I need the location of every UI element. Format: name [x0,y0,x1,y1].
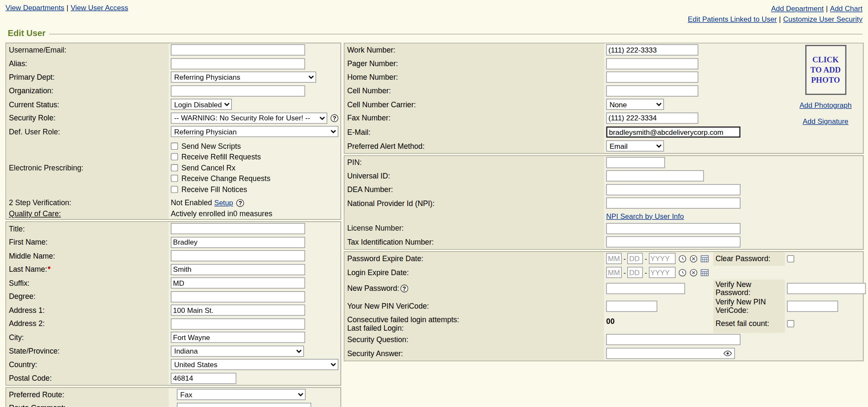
add-signature-link[interactable]: Add Signature [803,117,849,125]
route-comment-input[interactable] [177,403,311,407]
left-form-column: Username/Email: Alias: Primary Dept: Ref… [6,43,341,407]
login-expire-month-input[interactable] [606,267,622,278]
fax-number-input[interactable] [606,112,698,123]
address2-input[interactable] [171,318,305,329]
clear-password-label: Clear Password: [713,251,785,265]
help-icon[interactable]: ? [401,284,408,292]
postal-code-input[interactable] [171,373,236,384]
npi-search-row: NPI Search by User Info [345,210,863,221]
cell-carrier-select[interactable]: None [606,99,664,110]
field-row: Universal ID: [345,169,863,183]
field-row: Middle Name: [6,249,340,263]
edit-user-form: Username/Email: Alias: Primary Dept: Ref… [0,43,868,407]
add-chart-link[interactable]: Add Chart [830,4,862,13]
time-icon[interactable] [678,268,687,277]
pager-number-input[interactable] [606,58,698,69]
field-row: Degree: [6,290,340,304]
date-separator: - [645,254,647,263]
password-expire-label: Password Expire Date: [345,251,604,265]
fax-number-label: Fax Number: [345,111,604,125]
calendar-icon[interactable] [700,268,709,276]
login-expire-day-input[interactable] [628,267,643,278]
security-role-select[interactable]: -- WARNING: No Security Role for User! -… [171,112,327,123]
verify-new-password-label: Verify New Password: [715,280,751,296]
last-name-input[interactable] [171,264,305,275]
reset-fail-count-checkbox[interactable] [787,320,794,327]
organization-input[interactable] [171,85,305,96]
view-user-access-link[interactable]: View User Access [71,3,128,12]
primary-dept-select[interactable]: Referring Physicians [171,72,316,83]
degree-input[interactable] [171,291,305,302]
customize-user-security-link[interactable]: Customize User Security [783,15,862,23]
dea-number-input[interactable] [606,184,740,195]
pin-label: PIN: [345,156,604,169]
photo-area: CLICK TO ADD PHOTO Add Photograph Add Si… [788,43,863,153]
clear-password-checkbox[interactable] [787,255,794,262]
field-row: Current Status: Login Disabled [6,98,340,111]
help-icon[interactable]: ? [236,199,244,206]
preferred-route-select[interactable]: Fax [177,389,306,400]
section-header: Edit User [8,28,862,39]
pin-input[interactable] [606,157,665,168]
add-photo-box[interactable]: CLICK TO ADD PHOTO [805,45,846,95]
work-number-label: Work Number: [345,43,604,57]
add-photograph-link[interactable]: Add Photograph [799,101,851,109]
first-name-label: First Name: [6,236,168,249]
receive-refill-requests-checkbox[interactable] [171,153,178,161]
password-expire-month-input[interactable] [606,253,622,264]
npi-search-link[interactable]: NPI Search by User Info [606,212,684,220]
help-icon[interactable]: ? [331,114,338,122]
middle-name-input[interactable] [171,251,305,262]
quality-of-care-link[interactable]: Quality of Care: [9,210,61,218]
work-number-input[interactable] [606,45,698,56]
username-input[interactable] [171,45,305,56]
calendar-icon[interactable] [700,255,709,262]
reset-fail-count-label: Reset fail count: [713,315,785,333]
home-number-input[interactable] [606,72,698,83]
license-number-input[interactable] [606,223,740,234]
alias-input[interactable] [171,58,305,69]
two-step-setup-link[interactable]: Setup [214,198,233,207]
edit-patients-linked-link[interactable]: Edit Patients Linked to User [688,15,777,23]
top-links-right-row1: Add Department|Add Chart [688,3,862,14]
npi-input[interactable] [606,198,740,209]
def-user-role-select[interactable]: Referring Physician [171,126,338,137]
verify-new-password-input[interactable] [787,283,866,294]
alert-method-select[interactable]: Email [606,140,664,151]
country-select[interactable]: United States [171,359,338,370]
city-input[interactable] [171,332,305,343]
date-separator: - [645,268,647,277]
cell-number-input[interactable] [606,85,698,96]
send-new-scripts-checkbox[interactable] [171,142,178,150]
first-name-input[interactable] [171,237,305,248]
suffix-input[interactable] [171,278,305,289]
add-department-link[interactable]: Add Department [771,4,824,13]
password-expire-year-input[interactable] [649,253,676,264]
clear-date-icon[interactable] [689,268,698,277]
current-status-select[interactable]: Login Disabled [171,99,232,110]
email-input[interactable] [606,126,740,137]
view-departments-link[interactable]: View Departments [6,3,64,12]
new-password-input[interactable] [606,283,685,294]
pin-vericode-input[interactable] [606,301,657,312]
receive-fill-notices-checkbox[interactable] [171,186,178,193]
eye-icon[interactable] [723,351,732,356]
send-cancel-rx-checkbox[interactable] [171,164,178,171]
photo-box-text: TO ADD [810,65,841,75]
login-expire-year-input[interactable] [649,267,676,278]
universal-id-input[interactable] [606,170,704,181]
security-question-input[interactable] [606,334,740,345]
tax-id-input[interactable] [606,237,740,248]
home-number-label: Home Number: [345,70,604,84]
verify-pin-vericode-input[interactable] [787,301,838,312]
receive-change-requests-checkbox[interactable] [171,175,178,182]
password-expire-day-input[interactable] [628,253,643,264]
field-row: Home Number: [345,70,788,84]
clear-date-icon[interactable] [689,254,698,263]
state-select[interactable]: Indiana [171,346,304,357]
address1-input[interactable] [171,305,305,316]
security-answer-input[interactable] [606,348,735,359]
time-icon[interactable] [678,254,687,263]
primary-dept-label: Primary Dept: [6,70,168,84]
title-input[interactable] [171,223,305,234]
